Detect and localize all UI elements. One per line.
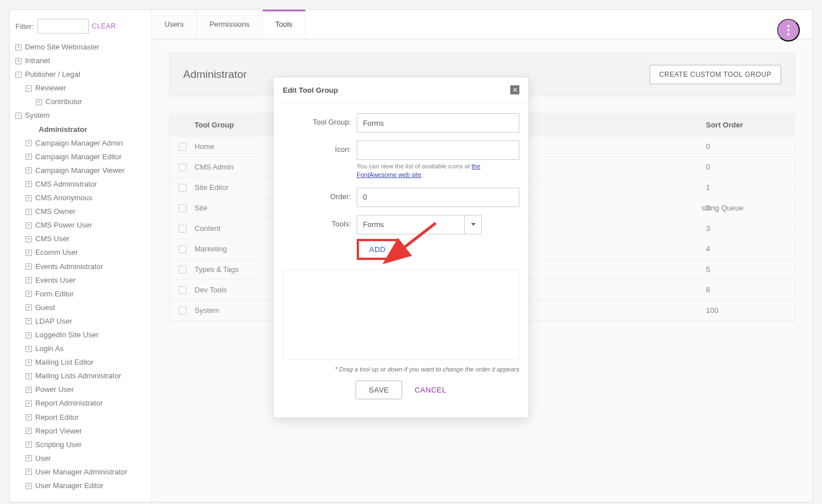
tree-node[interactable]: −System <box>15 109 146 122</box>
tree-node[interactable]: +Ecomm User <box>26 246 146 259</box>
collapse-icon[interactable]: − <box>15 113 22 119</box>
tree-label: Events User <box>35 274 76 287</box>
tree-node[interactable]: +Events User <box>26 274 146 287</box>
tree-node[interactable]: +Login As <box>26 342 146 356</box>
expand-icon[interactable]: + <box>26 428 32 434</box>
tree-node[interactable]: +LDAP User <box>26 315 146 328</box>
tree-node[interactable]: +Campaign Manager Admin <box>26 137 146 150</box>
cancel-button[interactable]: CANCEL <box>415 381 447 399</box>
collapse-icon[interactable]: − <box>15 72 22 78</box>
tree-node[interactable]: +CMS Administrator <box>26 177 146 191</box>
expand-icon[interactable]: + <box>26 140 32 146</box>
order-input[interactable] <box>357 188 519 207</box>
tree-node[interactable]: −Reviewer <box>26 81 146 95</box>
expand-icon[interactable]: + <box>26 455 32 461</box>
tree-label: Demo Site Webmaster <box>25 41 100 53</box>
expand-icon[interactable]: + <box>26 387 32 393</box>
row-checkbox[interactable] <box>179 266 187 274</box>
expand-icon[interactable]: + <box>26 167 32 173</box>
expand-icon[interactable]: + <box>26 154 32 160</box>
expand-icon[interactable]: + <box>26 318 32 324</box>
expand-icon[interactable]: + <box>26 332 32 338</box>
expand-icon[interactable]: + <box>26 195 32 201</box>
tools-combo-input[interactable] <box>357 215 464 234</box>
expand-icon[interactable]: + <box>26 236 32 242</box>
tree-node[interactable]: Administrator <box>26 123 146 137</box>
expand-icon[interactable]: + <box>26 346 32 352</box>
tree-node[interactable]: +Mailing List Editor <box>26 356 146 369</box>
tree-node[interactable]: +Form Editor <box>26 287 146 301</box>
collapse-icon[interactable]: − <box>26 85 32 92</box>
sidebar: Filter: CLEAR +Demo Site Webmaster+Intra… <box>10 10 152 502</box>
create-tool-group-button[interactable]: CREATE CUSTOM TOOL GROUP <box>650 65 781 84</box>
expand-icon[interactable]: + <box>26 250 32 256</box>
tree-node[interactable]: +Guest <box>26 301 146 315</box>
tree-node[interactable]: +User Manager Administrator <box>26 465 146 479</box>
expand-icon[interactable]: + <box>26 181 32 187</box>
tree-node[interactable]: +Power User <box>26 383 146 396</box>
expand-icon[interactable]: + <box>26 469 32 475</box>
expand-icon[interactable]: + <box>26 414 32 420</box>
expand-icon[interactable]: + <box>26 291 32 297</box>
tab-permissions[interactable]: Permissions <box>197 10 263 39</box>
tree-label: Campaign Manager Admin <box>35 137 123 150</box>
row-checkbox[interactable] <box>179 204 187 212</box>
more-actions-fab[interactable] <box>777 19 800 42</box>
tool-group-input[interactable] <box>357 113 519 133</box>
tree-node[interactable]: +LoggedIn Site User <box>26 328 146 342</box>
expand-icon[interactable]: + <box>15 44 22 51</box>
save-button[interactable]: SAVE <box>356 381 402 399</box>
clear-button[interactable]: CLEAR <box>92 22 117 30</box>
tree-node[interactable]: +User <box>26 452 146 465</box>
tree-node[interactable]: +CMS Power User <box>26 218 146 232</box>
tab-tools[interactable]: Tools <box>263 10 305 39</box>
expand-icon[interactable]: + <box>15 58 22 64</box>
icon-input[interactable] <box>357 141 519 160</box>
row-checkbox[interactable] <box>179 184 187 192</box>
tree-node[interactable]: +CMS User <box>26 232 146 246</box>
cell-sort: 6 <box>706 286 786 294</box>
tab-users[interactable]: Users <box>152 10 197 39</box>
tree-node[interactable]: +Report Viewer <box>26 424 146 438</box>
tree-label: Contributor <box>46 96 82 108</box>
tree-node[interactable]: +Intranet <box>15 54 146 68</box>
expand-icon[interactable]: + <box>26 222 32 229</box>
expand-icon[interactable]: + <box>26 483 32 489</box>
row-checkbox[interactable] <box>179 225 187 233</box>
tree-node[interactable]: +Campaign Manager Editor <box>26 150 146 164</box>
expand-icon[interactable]: + <box>26 277 32 283</box>
tree-node[interactable]: +Mailing Lists Administrator <box>26 369 146 383</box>
tree-node[interactable]: +Scripting User <box>26 438 146 452</box>
tree-node[interactable]: +Report Editor <box>26 411 146 424</box>
tools-drag-list[interactable] <box>283 269 519 360</box>
row-checkbox[interactable] <box>179 307 187 315</box>
icon-label: Icon: <box>283 141 351 154</box>
tools-combo-dropdown[interactable] <box>464 215 482 234</box>
add-button[interactable]: ADD <box>357 239 398 260</box>
row-checkbox[interactable] <box>179 143 187 151</box>
expand-icon[interactable]: + <box>26 209 32 215</box>
expand-icon[interactable]: + <box>26 263 32 270</box>
expand-icon[interactable]: + <box>26 441 32 448</box>
close-icon[interactable]: ✕ <box>510 85 519 94</box>
tree-node[interactable]: +CMS Anonymous <box>26 191 146 205</box>
tree-node[interactable]: +Demo Site Webmaster <box>15 40 146 54</box>
expand-icon[interactable]: + <box>26 304 32 311</box>
tree-node[interactable]: −Publisher / Legal <box>15 68 146 81</box>
expand-icon[interactable]: + <box>36 99 42 105</box>
tree-node[interactable]: +Campaign Manager Viewer <box>26 164 146 177</box>
tree-node[interactable]: +User Manager Editor <box>26 479 146 493</box>
filter-input[interactable] <box>38 19 89 34</box>
tree-node[interactable]: +CMS Owner <box>26 205 146 218</box>
row-checkbox[interactable] <box>179 163 187 171</box>
tree-label: System <box>25 109 49 122</box>
tree-node[interactable]: +Contributor <box>36 95 146 109</box>
tree-node[interactable]: +Report Administrator <box>26 396 146 410</box>
expand-icon[interactable]: + <box>26 360 32 366</box>
expand-icon[interactable]: + <box>26 400 32 407</box>
row-checkbox[interactable] <box>179 286 187 294</box>
row-checkbox[interactable] <box>179 245 187 253</box>
tree-node[interactable]: +Events Administrator <box>26 260 146 274</box>
expand-icon[interactable]: + <box>26 373 32 379</box>
tree-label: CMS Owner <box>35 205 76 218</box>
